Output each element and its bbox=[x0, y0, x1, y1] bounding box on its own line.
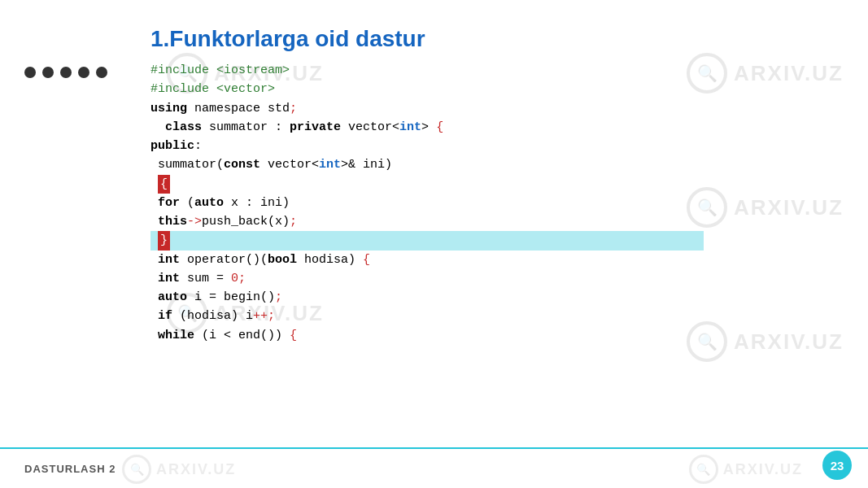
bottom-wm-text-right: ARXIV.UZ bbox=[723, 461, 803, 478]
code-token: const bbox=[224, 155, 260, 174]
code-token: ; bbox=[290, 212, 297, 231]
code-token: sum = bbox=[180, 269, 231, 288]
code-token: auto bbox=[194, 194, 224, 212]
code-token bbox=[150, 326, 158, 345]
code-token: { bbox=[436, 118, 443, 137]
code-token: > bbox=[421, 118, 436, 137]
nav-dot-2[interactable] bbox=[42, 67, 54, 78]
code-token: vector< bbox=[260, 155, 319, 174]
code-token bbox=[150, 269, 158, 288]
code-line-1: #include <iostream> bbox=[150, 61, 704, 80]
code-token: -> bbox=[187, 212, 202, 231]
watermark-text-3: ARXIV.UZ bbox=[734, 195, 844, 220]
watermark-2: 🔍 ARXIV.UZ bbox=[687, 53, 844, 94]
slide: 1.Funktorlarga oid dastur 🔍 ARXIV.UZ 🔍 A… bbox=[0, 0, 868, 488]
code-token: int bbox=[158, 251, 180, 269]
code-line-6: summator( const vector< int >& ini) bbox=[150, 155, 704, 174]
watermark-text-2: ARXIV.UZ bbox=[734, 61, 844, 86]
bottom-watermark-right: 🔍 ARXIV.UZ bbox=[689, 455, 803, 484]
code-token bbox=[150, 212, 158, 231]
code-token: } bbox=[158, 231, 170, 250]
code-token: ; bbox=[275, 288, 282, 307]
bottom-watermark-left: 🔍 ARXIV.UZ bbox=[122, 455, 236, 484]
code-token: push_back(x) bbox=[202, 212, 290, 231]
code-line-10: } bbox=[150, 231, 704, 250]
nav-dot-5[interactable] bbox=[96, 67, 107, 78]
code-line-15: while (i < end()) { bbox=[150, 326, 704, 345]
nav-dot-3[interactable] bbox=[60, 67, 72, 78]
code-token: class bbox=[165, 118, 202, 137]
bottom-wm-icon-left: 🔍 bbox=[122, 455, 151, 484]
code-token: : bbox=[194, 137, 202, 155]
code-token: i = begin() bbox=[187, 288, 275, 307]
code-line-8: for ( auto x : ini) bbox=[150, 194, 704, 212]
code-token: summator( bbox=[150, 155, 224, 174]
code-token: (i < end()) bbox=[194, 326, 290, 345]
code-token: { bbox=[363, 251, 370, 269]
code-token: vector< bbox=[341, 118, 399, 137]
code-token: { bbox=[290, 326, 297, 345]
code-token: ++; bbox=[253, 307, 275, 325]
slide-title: 1.Funktorlarga oid dastur bbox=[150, 26, 425, 52]
code-token: { bbox=[158, 175, 170, 194]
code-line-4: class summator : private vector< int > { bbox=[150, 118, 704, 137]
watermark-3: 🔍 ARXIV.UZ bbox=[687, 187, 844, 228]
code-line-5: public : bbox=[150, 137, 704, 155]
code-token bbox=[150, 194, 158, 212]
code-token: auto bbox=[158, 288, 187, 307]
code-token: >& ini) bbox=[341, 155, 392, 174]
watermark-4: 🔍 ARXIV.UZ bbox=[687, 321, 844, 362]
code-token bbox=[150, 307, 158, 325]
page-number-badge: 23 bbox=[822, 451, 852, 480]
code-token: public bbox=[150, 137, 194, 155]
code-token: #include <iostream> bbox=[150, 61, 290, 80]
code-token: x : ini) bbox=[224, 194, 290, 212]
code-token: ( bbox=[180, 194, 194, 212]
code-token bbox=[150, 175, 158, 194]
code-area: #include <iostream> #include <vector> us… bbox=[150, 61, 704, 345]
code-token bbox=[150, 288, 158, 307]
code-token: summator : bbox=[202, 118, 290, 137]
code-token: if bbox=[158, 307, 172, 325]
nav-dots bbox=[24, 67, 107, 78]
code-token: for bbox=[158, 194, 180, 212]
bottom-wm-text-left: ARXIV.UZ bbox=[156, 461, 236, 478]
code-line-3: using namespace std ; bbox=[150, 99, 704, 118]
code-token: hodisa) bbox=[297, 251, 363, 269]
code-line-9: this -> push_back(x) ; bbox=[150, 212, 704, 231]
code-line-13: auto i = begin() ; bbox=[150, 288, 704, 307]
code-token: int bbox=[399, 118, 421, 137]
nav-dot-4[interactable] bbox=[78, 67, 89, 78]
nav-dot-1[interactable] bbox=[24, 67, 36, 78]
code-token bbox=[150, 231, 158, 250]
code-line-7: { bbox=[150, 175, 704, 194]
code-token: 0 bbox=[231, 269, 238, 288]
code-token bbox=[150, 251, 158, 269]
code-token: int bbox=[319, 155, 341, 174]
code-token: while bbox=[158, 326, 194, 345]
watermark-text-4: ARXIV.UZ bbox=[734, 329, 844, 355]
code-token: namespace std bbox=[187, 99, 290, 118]
code-token: #include <vector> bbox=[150, 80, 275, 98]
code-token: int bbox=[158, 269, 180, 288]
code-token: ; bbox=[290, 99, 297, 118]
code-token: using bbox=[150, 99, 187, 118]
code-line-2: #include <vector> bbox=[150, 80, 704, 98]
code-line-12: int sum = 0 ; bbox=[150, 269, 704, 288]
code-line-14: if (hodisa) i ++; bbox=[150, 307, 704, 325]
code-token: private bbox=[290, 118, 341, 137]
code-token: operator()( bbox=[180, 251, 268, 269]
bottom-wm-icon-right: 🔍 bbox=[689, 455, 718, 484]
code-line-11: int operator()( bool hodisa) { bbox=[150, 251, 704, 269]
bottom-bar: DASTURLASH 2 🔍 ARXIV.UZ 🔍 ARXIV.UZ bbox=[0, 447, 868, 488]
code-token: this bbox=[158, 212, 187, 231]
code-token: ; bbox=[238, 269, 246, 288]
code-token bbox=[150, 118, 165, 137]
code-token: (hodisa) i bbox=[172, 307, 253, 325]
code-token: bool bbox=[268, 251, 297, 269]
bottom-label: DASTURLASH 2 bbox=[24, 463, 116, 475]
